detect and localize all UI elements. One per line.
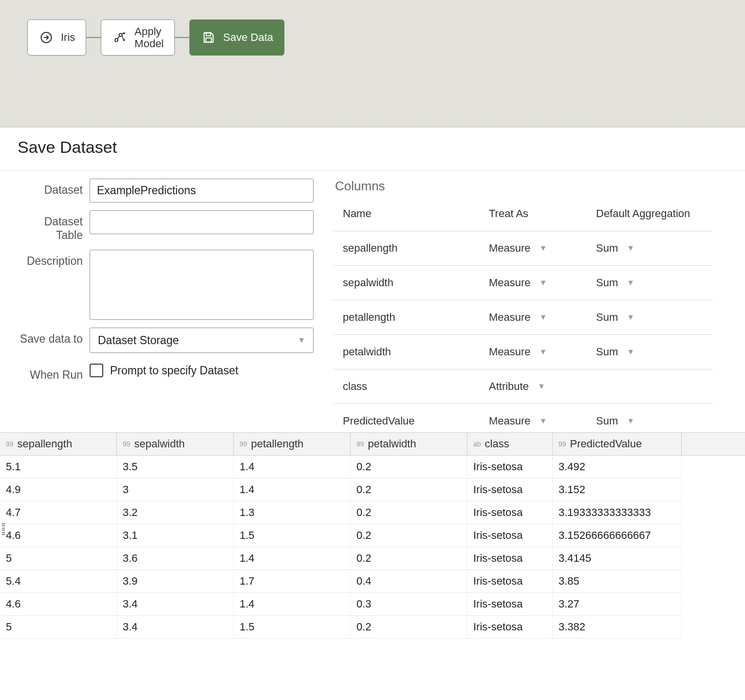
column-agg-value: Sum — [596, 242, 618, 255]
description-input[interactable] — [90, 250, 314, 320]
grid-cell: 3.9 — [117, 570, 234, 593]
grid-row: 5.43.91.70.4Iris-setosa3.85 — [0, 570, 745, 593]
grid-cell: 1.4 — [234, 479, 351, 501]
column-treat-as-select[interactable]: Measure▼ — [489, 311, 596, 324]
grid-cell: 0.3 — [351, 593, 467, 616]
column-treat-as-select[interactable]: Measure▼ — [489, 276, 596, 289]
column-agg-select[interactable]: Sum▼ — [596, 311, 723, 324]
pipeline-link — [175, 37, 189, 38]
grid-header-cell[interactable]: 99sepalwidth — [117, 433, 234, 455]
grid-cell: 4.7 — [0, 501, 117, 524]
grid-cell: Iris-setosa — [467, 524, 553, 547]
grid-row: 5.13.51.40.2Iris-setosa3.492 — [0, 456, 745, 479]
grid-header-cell[interactable]: 99petalwidth — [351, 433, 467, 455]
pipeline-node-iris[interactable]: Iris — [27, 19, 86, 55]
dataset-input[interactable] — [90, 179, 314, 203]
grid-header-cell[interactable]: abclass — [467, 433, 553, 455]
node-label: Save Data — [223, 31, 273, 43]
pipeline-canvas[interactable]: IrisApply ModelSave Data — [0, 0, 745, 127]
column-type-badge: 99 — [123, 440, 130, 448]
grid-cell: 5.1 — [0, 456, 117, 479]
column-agg-select[interactable]: Sum▼ — [596, 346, 723, 358]
grid-cell: 1.4 — [234, 547, 351, 570]
save-to-value: Dataset Storage — [98, 334, 179, 347]
chevron-down-icon: ▼ — [540, 313, 547, 322]
prompt-checkbox[interactable] — [90, 364, 103, 377]
grid-cell: Iris-setosa — [467, 456, 553, 479]
chevron-down-icon: ▼ — [627, 417, 634, 425]
dataset-label: Dataset — [7, 179, 83, 197]
grid-cell: 1.7 — [234, 570, 351, 593]
grid-cell: 1.3 — [234, 501, 351, 524]
column-name: class — [343, 380, 489, 393]
grid-cell: 0.2 — [351, 616, 467, 639]
column-treat-as-value: Measure — [489, 346, 531, 358]
grid-cell: 3.5 — [117, 456, 234, 479]
grid-header-cell[interactable]: 99petallength — [234, 433, 351, 455]
grid-row: 53.61.40.2Iris-setosa3.4145 — [0, 547, 745, 570]
column-treat-as-value: Measure — [489, 311, 531, 324]
column-config-row: petalwidth Measure▼ Sum▼ — [333, 334, 713, 369]
column-config-row: sepallength Measure▼ Sum▼ — [333, 231, 713, 265]
save-to-label: Save data to — [7, 328, 83, 346]
chevron-down-icon: ▼ — [540, 348, 547, 356]
dataset-table-input[interactable] — [90, 210, 314, 234]
grid-row: 4.63.11.50.2Iris-setosa3.15266666666667 — [0, 524, 745, 547]
grid-cell: 5 — [0, 547, 117, 570]
column-agg-select[interactable]: Sum▼ — [596, 276, 723, 289]
grid-header-name: petalwidth — [368, 438, 416, 450]
column-type-badge: 99 — [240, 440, 247, 448]
pipeline-node-save-data[interactable]: Save Data — [189, 19, 284, 55]
grid-header-name: class — [485, 438, 509, 450]
chevron-down-icon: ▼ — [627, 348, 634, 356]
save-to-select[interactable]: Dataset Storage ▼ — [90, 328, 314, 353]
grid-cell: 0.2 — [351, 479, 467, 501]
column-name: sepallength — [343, 242, 489, 255]
grid-row: 4.73.21.30.2Iris-setosa3.19333333333333 — [0, 501, 745, 524]
chevron-down-icon: ▼ — [540, 278, 547, 287]
when-run-label: When Run — [7, 364, 83, 382]
grid-cell: 0.2 — [351, 501, 467, 524]
grid-header-cell[interactable]: 99sepallength — [0, 433, 117, 455]
svg-rect-5 — [206, 33, 211, 36]
column-agg-select[interactable]: Sum▼ — [596, 415, 723, 427]
column-config-row: petallength Measure▼ Sum▼ — [333, 300, 713, 334]
prompt-checkbox-label: Prompt to specify Dataset — [110, 364, 238, 377]
grid-cell: Iris-setosa — [467, 593, 553, 616]
column-agg-value: Sum — [596, 311, 618, 324]
chevron-down-icon: ▼ — [540, 417, 547, 425]
svg-rect-6 — [206, 38, 211, 42]
pipeline-link — [86, 37, 101, 38]
grid-header-name: sepallength — [18, 438, 73, 450]
grid-cell: 1.4 — [234, 593, 351, 616]
column-treat-as-value: Measure — [489, 276, 531, 289]
grid-cell: Iris-setosa — [467, 501, 553, 524]
column-treat-as-select[interactable]: Attribute▼ — [489, 380, 596, 393]
chevron-down-icon: ▼ — [538, 382, 545, 391]
panel-drag-handle[interactable] — [2, 523, 5, 535]
grid-cell: 3.4 — [117, 593, 234, 616]
column-treat-as-value: Measure — [489, 415, 531, 427]
column-type-badge: 99 — [6, 440, 14, 448]
grid-cell: 3.1 — [117, 524, 234, 547]
grid-cell: 0.2 — [351, 524, 467, 547]
chevron-down-icon: ▼ — [627, 244, 634, 253]
grid-cell: 3.15266666666667 — [553, 524, 682, 547]
grid-cell: 3.19333333333333 — [553, 501, 682, 524]
grid-cell: Iris-setosa — [467, 616, 553, 639]
save-icon — [201, 30, 216, 45]
grid-cell: 3.6 — [117, 547, 234, 570]
column-treat-as-select[interactable]: Measure▼ — [489, 242, 596, 255]
grid-cell: 5.4 — [0, 570, 117, 593]
column-treat-as-select[interactable]: Measure▼ — [489, 346, 596, 358]
grid-cell: 0.2 — [351, 456, 467, 479]
column-type-badge: ab — [473, 440, 481, 448]
column-agg-select[interactable]: Sum▼ — [596, 242, 723, 255]
grid-header-cell[interactable]: 99PredictedValue — [553, 433, 682, 455]
chevron-down-icon: ▼ — [627, 313, 634, 322]
chevron-down-icon: ▼ — [298, 336, 305, 345]
column-treat-as-select[interactable]: Measure▼ — [489, 415, 596, 427]
column-config-row: sepalwidth Measure▼ Sum▼ — [333, 265, 713, 300]
grid-cell: 1.4 — [234, 456, 351, 479]
pipeline-node-apply-model[interactable]: Apply Model — [101, 19, 175, 55]
